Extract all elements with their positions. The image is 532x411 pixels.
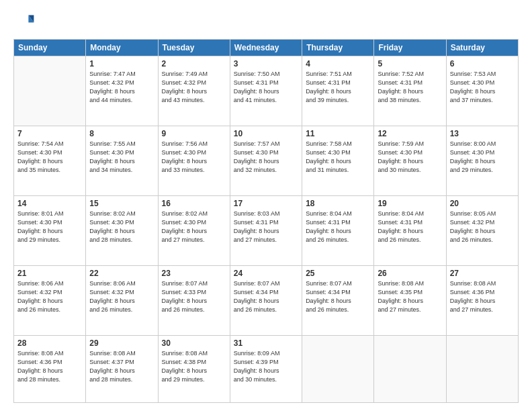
calendar-cell (446, 335, 518, 402)
day-info: Sunrise: 8:03 AM Sunset: 4:31 PM Dayligh… (234, 210, 298, 244)
calendar-cell: 3Sunrise: 7:50 AM Sunset: 4:31 PM Daylig… (230, 56, 302, 126)
day-info: Sunrise: 8:06 AM Sunset: 4:32 PM Dayligh… (17, 279, 82, 314)
day-number: 15 (89, 199, 154, 208)
calendar-cell: 4Sunrise: 7:51 AM Sunset: 4:31 PM Daylig… (302, 56, 374, 126)
calendar-cell: 10Sunrise: 7:57 AM Sunset: 4:30 PM Dayli… (230, 126, 302, 195)
day-info: Sunrise: 7:53 AM Sunset: 4:30 PM Dayligh… (450, 70, 515, 105)
day-number: 10 (234, 129, 298, 138)
day-info: Sunrise: 8:07 AM Sunset: 4:34 PM Dayligh… (306, 279, 370, 314)
day-info: Sunrise: 7:58 AM Sunset: 4:30 PM Dayligh… (306, 140, 370, 175)
day-number: 17 (234, 199, 298, 208)
calendar-cell: 7Sunrise: 7:54 AM Sunset: 4:30 PM Daylig… (14, 126, 86, 195)
calendar-week-1: 1Sunrise: 7:47 AM Sunset: 4:32 PM Daylig… (14, 56, 519, 126)
col-header-friday: Friday (374, 40, 446, 56)
col-header-sunday: Sunday (14, 40, 86, 56)
day-number: 16 (162, 199, 226, 208)
day-info: Sunrise: 7:56 AM Sunset: 4:30 PM Dayligh… (162, 140, 226, 175)
calendar-cell: 2Sunrise: 7:49 AM Sunset: 4:32 PM Daylig… (158, 56, 230, 126)
day-number: 2 (162, 59, 226, 68)
day-info: Sunrise: 8:08 AM Sunset: 4:36 PM Dayligh… (17, 349, 82, 384)
col-header-wednesday: Wednesday (230, 40, 302, 56)
day-number: 19 (378, 199, 442, 208)
day-info: Sunrise: 8:08 AM Sunset: 4:36 PM Dayligh… (450, 279, 515, 314)
day-info: Sunrise: 7:59 AM Sunset: 4:30 PM Dayligh… (378, 140, 442, 175)
day-number: 26 (378, 269, 442, 278)
calendar-cell: 23Sunrise: 8:07 AM Sunset: 4:33 PM Dayli… (158, 265, 230, 335)
calendar-table: SundayMondayTuesdayWednesdayThursdayFrid… (13, 39, 519, 403)
calendar-cell: 11Sunrise: 7:58 AM Sunset: 4:30 PM Dayli… (302, 126, 374, 195)
day-number: 25 (306, 269, 370, 278)
day-number: 30 (162, 338, 226, 348)
day-info: Sunrise: 8:04 AM Sunset: 4:31 PM Dayligh… (378, 210, 442, 244)
day-info: Sunrise: 7:55 AM Sunset: 4:30 PM Dayligh… (89, 140, 154, 175)
calendar-cell (14, 56, 86, 126)
day-info: Sunrise: 8:06 AM Sunset: 4:32 PM Dayligh… (89, 279, 154, 314)
logo (13, 11, 38, 32)
day-info: Sunrise: 8:01 AM Sunset: 4:30 PM Dayligh… (17, 210, 82, 244)
calendar-cell: 1Sunrise: 7:47 AM Sunset: 4:32 PM Daylig… (86, 56, 158, 126)
day-info: Sunrise: 7:51 AM Sunset: 4:31 PM Dayligh… (306, 70, 370, 105)
day-number: 22 (89, 269, 154, 278)
day-info: Sunrise: 8:08 AM Sunset: 4:38 PM Dayligh… (162, 349, 226, 384)
day-number: 18 (306, 199, 370, 208)
calendar-cell: 22Sunrise: 8:06 AM Sunset: 4:32 PM Dayli… (86, 265, 158, 335)
day-number: 1 (89, 59, 154, 68)
calendar-cell: 27Sunrise: 8:08 AM Sunset: 4:36 PM Dayli… (446, 265, 518, 335)
calendar-cell: 25Sunrise: 8:07 AM Sunset: 4:34 PM Dayli… (302, 265, 374, 335)
day-number: 23 (162, 269, 226, 278)
calendar-cell: 24Sunrise: 8:07 AM Sunset: 4:34 PM Dayli… (230, 265, 302, 335)
day-number: 7 (17, 129, 82, 138)
calendar-cell: 6Sunrise: 7:53 AM Sunset: 4:30 PM Daylig… (446, 56, 518, 126)
day-info: Sunrise: 8:08 AM Sunset: 4:35 PM Dayligh… (378, 279, 442, 314)
calendar-cell: 13Sunrise: 8:00 AM Sunset: 4:30 PM Dayli… (446, 126, 518, 195)
day-info: Sunrise: 7:49 AM Sunset: 4:32 PM Dayligh… (162, 70, 226, 105)
day-number: 27 (450, 269, 515, 278)
logo-icon (13, 11, 35, 32)
day-info: Sunrise: 7:50 AM Sunset: 4:31 PM Dayligh… (234, 70, 298, 105)
calendar-cell: 17Sunrise: 8:03 AM Sunset: 4:31 PM Dayli… (230, 195, 302, 265)
day-info: Sunrise: 8:04 AM Sunset: 4:31 PM Dayligh… (306, 210, 370, 244)
calendar-header-row: SundayMondayTuesdayWednesdayThursdayFrid… (14, 40, 519, 56)
page: SundayMondayTuesdayWednesdayThursdayFrid… (0, 0, 532, 411)
calendar-cell: 29Sunrise: 8:08 AM Sunset: 4:37 PM Dayli… (86, 335, 158, 402)
col-header-thursday: Thursday (302, 40, 374, 56)
calendar-cell: 12Sunrise: 7:59 AM Sunset: 4:30 PM Dayli… (374, 126, 446, 195)
day-info: Sunrise: 7:52 AM Sunset: 4:31 PM Dayligh… (378, 70, 442, 105)
day-number: 8 (89, 129, 154, 138)
day-info: Sunrise: 8:02 AM Sunset: 4:30 PM Dayligh… (162, 210, 226, 244)
day-number: 9 (162, 129, 226, 138)
day-number: 4 (306, 59, 370, 68)
calendar-cell: 30Sunrise: 8:08 AM Sunset: 4:38 PM Dayli… (158, 335, 230, 402)
day-info: Sunrise: 8:09 AM Sunset: 4:39 PM Dayligh… (234, 349, 298, 384)
day-number: 6 (450, 59, 515, 68)
day-info: Sunrise: 8:07 AM Sunset: 4:33 PM Dayligh… (162, 279, 226, 314)
day-number: 24 (234, 269, 298, 278)
col-header-saturday: Saturday (446, 40, 518, 56)
day-number: 20 (450, 199, 515, 208)
day-number: 28 (17, 338, 82, 348)
calendar-cell: 28Sunrise: 8:08 AM Sunset: 4:36 PM Dayli… (14, 335, 86, 402)
calendar-cell: 14Sunrise: 8:01 AM Sunset: 4:30 PM Dayli… (14, 195, 86, 265)
day-number: 3 (234, 59, 298, 68)
day-number: 11 (306, 129, 370, 138)
day-number: 31 (234, 338, 298, 348)
day-info: Sunrise: 8:02 AM Sunset: 4:30 PM Dayligh… (89, 210, 154, 244)
day-number: 12 (378, 129, 442, 138)
calendar-cell: 5Sunrise: 7:52 AM Sunset: 4:31 PM Daylig… (374, 56, 446, 126)
calendar-cell: 8Sunrise: 7:55 AM Sunset: 4:30 PM Daylig… (86, 126, 158, 195)
col-header-tuesday: Tuesday (158, 40, 230, 56)
calendar-week-2: 7Sunrise: 7:54 AM Sunset: 4:30 PM Daylig… (14, 126, 519, 195)
calendar-cell (302, 335, 374, 402)
day-info: Sunrise: 8:08 AM Sunset: 4:37 PM Dayligh… (89, 349, 154, 384)
calendar-cell: 15Sunrise: 8:02 AM Sunset: 4:30 PM Dayli… (86, 195, 158, 265)
calendar-cell: 20Sunrise: 8:05 AM Sunset: 4:32 PM Dayli… (446, 195, 518, 265)
calendar-week-5: 28Sunrise: 8:08 AM Sunset: 4:36 PM Dayli… (14, 335, 519, 402)
calendar-cell: 21Sunrise: 8:06 AM Sunset: 4:32 PM Dayli… (14, 265, 86, 335)
day-info: Sunrise: 8:00 AM Sunset: 4:30 PM Dayligh… (450, 140, 515, 175)
day-info: Sunrise: 8:07 AM Sunset: 4:34 PM Dayligh… (234, 279, 298, 314)
day-number: 29 (89, 338, 154, 348)
calendar-cell: 18Sunrise: 8:04 AM Sunset: 4:31 PM Dayli… (302, 195, 374, 265)
calendar-cell: 19Sunrise: 8:04 AM Sunset: 4:31 PM Dayli… (374, 195, 446, 265)
calendar-cell (374, 335, 446, 402)
header (13, 11, 519, 32)
